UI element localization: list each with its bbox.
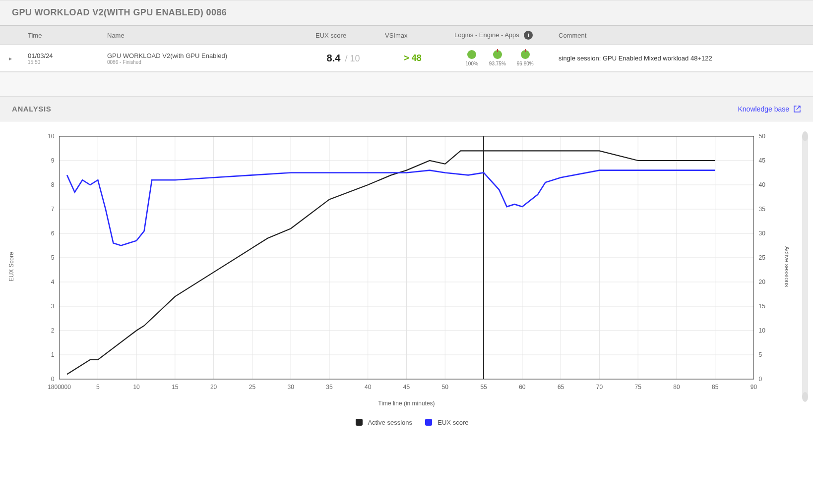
run-date: 01/03/24 (28, 52, 93, 59)
svg-text:50: 50 (442, 384, 449, 391)
svg-text:5: 5 (96, 384, 100, 391)
info-icon[interactable]: i (524, 31, 533, 40)
svg-text:50: 50 (759, 133, 766, 140)
svg-text:10: 10 (133, 384, 140, 391)
svg-text:5: 5 (759, 351, 762, 358)
svg-text:3: 3 (51, 303, 55, 310)
svg-text:10: 10 (48, 133, 55, 140)
legend-swatch-eux (425, 419, 432, 426)
svg-text:45: 45 (759, 157, 766, 164)
knowledge-base-label: Knowledge base (738, 105, 789, 113)
svg-text:70: 70 (596, 384, 603, 391)
svg-text:75: 75 (634, 384, 641, 391)
page-title: GPU WORKLOAD V2(WITH GPU ENABLED) 0086 (0, 0, 813, 25)
logins-engine-apps: 100% 93.75% 96.80% (454, 50, 545, 66)
engine-pct: 93.75% (489, 61, 506, 66)
col-vsi: VSImax (378, 26, 447, 45)
results-table: Time Name EUX score VSImax Logins - Engi… (0, 25, 813, 72)
legend-label-eux: EUX score (438, 419, 468, 426)
analysis-title: ANALYSIS (12, 105, 51, 113)
run-status: 0086 - Finished (107, 59, 302, 65)
svg-text:15: 15 (172, 384, 179, 391)
svg-text:8: 8 (51, 181, 55, 188)
svg-text:15: 15 (759, 303, 766, 310)
legend-label-sessions: Active sessions (368, 419, 412, 426)
col-comment: Comment (552, 26, 813, 45)
run-time: 15:50 (28, 59, 93, 65)
col-eux: EUX score (309, 26, 378, 45)
svg-text:0: 0 (51, 376, 55, 383)
svg-text:0: 0 (759, 376, 762, 383)
svg-text:7: 7 (51, 206, 55, 213)
eux-score-max: / 10 (342, 54, 360, 63)
chart-scroll-handle-bot[interactable] (802, 392, 808, 402)
svg-text:35: 35 (759, 206, 766, 213)
svg-text:6: 6 (51, 230, 55, 237)
knowledge-base-link[interactable]: Knowledge base (738, 105, 801, 113)
svg-text:10: 10 (759, 327, 766, 334)
comment-cell: single session: GPU Enabled Mixed worklo… (552, 45, 813, 72)
eux-score-value: 8.4 (327, 53, 341, 63)
svg-text:40: 40 (759, 181, 766, 188)
svg-text:9: 9 (51, 157, 55, 164)
table-header-row: Time Name EUX score VSImax Logins - Engi… (0, 26, 813, 45)
col-lea: Logins - Engine - Apps i (447, 26, 552, 45)
chart-container: EUX Score Active sessions 012345678910 0… (0, 121, 813, 412)
svg-text:65: 65 (558, 384, 564, 391)
logins-status-icon (467, 50, 476, 59)
expand-row-icon[interactable]: ▸ (9, 55, 12, 62)
svg-text:1800000: 1800000 (48, 384, 71, 391)
col-lea-label: Logins - Engine - Apps (454, 31, 519, 39)
svg-text:1: 1 (51, 351, 55, 358)
logins-pct: 100% (465, 61, 478, 66)
svg-text:30: 30 (759, 230, 766, 237)
svg-text:40: 40 (365, 384, 372, 391)
svg-text:20: 20 (210, 384, 217, 391)
col-time: Time (21, 26, 100, 45)
svg-text:2: 2 (51, 327, 55, 334)
svg-text:90: 90 (750, 384, 757, 391)
analysis-header: ANALYSIS Knowledge base (0, 97, 813, 121)
page-root: GPU WORKLOAD V2(WITH GPU ENABLED) 0086 T… (0, 0, 813, 433)
vsimax-value: > 48 (404, 53, 422, 63)
svg-text:80: 80 (673, 384, 680, 391)
svg-text:5: 5 (51, 254, 55, 261)
x-axis-title: Time line (in minutes) (26, 400, 787, 407)
svg-text:4: 4 (51, 279, 55, 285)
y-right-axis-title: Active sessions (783, 246, 790, 287)
svg-text:35: 35 (326, 384, 333, 391)
analysis-chart[interactable]: 012345678910 05101520253035404550 180000… (26, 131, 787, 399)
svg-text:25: 25 (759, 254, 766, 261)
svg-text:45: 45 (403, 384, 410, 391)
chart-scroll-handle-top[interactable] (802, 131, 808, 141)
y-left-axis-title: EUX Score (8, 252, 15, 281)
external-link-icon (793, 105, 801, 113)
svg-text:55: 55 (480, 384, 487, 391)
svg-text:30: 30 (287, 384, 294, 391)
apps-status-icon (521, 50, 530, 59)
table-row[interactable]: ▸ 01/03/24 15:50 GPU WORKLOAD V2(with GP… (0, 45, 813, 72)
svg-text:60: 60 (519, 384, 526, 391)
section-spacer (0, 72, 813, 97)
engine-status-icon (493, 50, 502, 59)
col-name: Name (100, 26, 309, 45)
run-name: GPU WORKLOAD V2(with GPU Enabled) (107, 52, 302, 59)
legend-swatch-sessions (356, 419, 363, 426)
apps-pct: 96.80% (517, 61, 534, 66)
svg-text:85: 85 (712, 384, 719, 391)
chart-scroll-track[interactable] (802, 133, 808, 400)
svg-text:25: 25 (249, 384, 256, 391)
svg-text:20: 20 (759, 279, 766, 285)
chart-legend: Active sessions EUX score (0, 412, 813, 433)
